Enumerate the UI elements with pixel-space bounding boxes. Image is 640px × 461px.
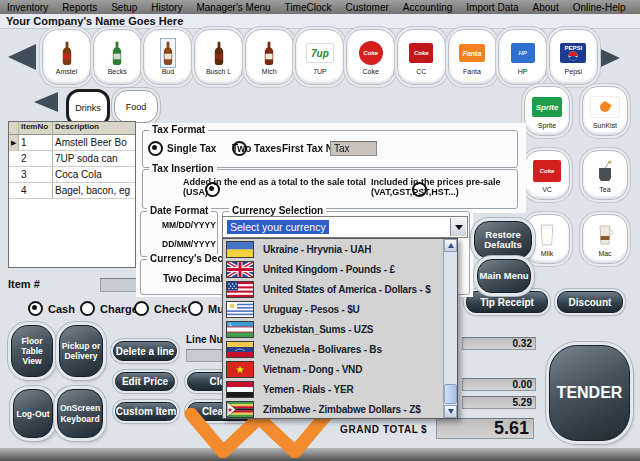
product-button-tea[interactable]: Tea — [582, 150, 628, 200]
tender-button[interactable]: TENDER — [549, 345, 630, 441]
product-button-fanta[interactable]: Fanta Fanta — [448, 29, 497, 85]
cash-radio[interactable] — [28, 301, 43, 316]
payment-option-charge[interactable]: Charge — [80, 301, 138, 316]
product-button-amstel[interactable]: Amstel — [42, 29, 91, 85]
main-menu-button[interactable]: Main Menu — [477, 259, 531, 293]
payment-option-cash[interactable]: Cash — [28, 301, 75, 316]
combobox-dropdown-button[interactable] — [450, 218, 466, 236]
order-items-table: ItemNo Description ▶ 1 Amstell Beer Bo 2… — [8, 121, 136, 268]
side-product-grid: Sprite Sprite SunKist Coke VC Tea Milk M… — [524, 86, 626, 262]
menu-item-exit[interactable]: Exit — [633, 2, 640, 13]
date-format-groupbox: Date Format — [140, 211, 218, 257]
uzbekistan-flag-icon — [226, 321, 254, 338]
date-mdy-label: MM/DD/YYYY — [162, 220, 216, 230]
grand-total-label: GRAND TOTAL — [340, 424, 418, 435]
beer-bottle-icon — [212, 39, 226, 67]
currency-option-ukraine[interactable]: Ukraine - Hryvnia - UAH — [223, 239, 457, 259]
product-button-vc[interactable]: Coke VC — [524, 150, 570, 200]
custom-item-button[interactable]: Custom Item — [115, 402, 177, 421]
7up-logo-icon: 7up — [306, 39, 334, 67]
first-tax-name-input[interactable]: Tax — [330, 141, 377, 156]
two-taxes-label: Two Taxes — [232, 143, 282, 154]
currency-option-uruguay[interactable]: Uruguay - Pesos - $U — [223, 299, 457, 319]
table-row[interactable]: 2 7UP soda can — [9, 151, 135, 167]
product-button-cc[interactable]: Coke CC — [397, 29, 446, 85]
product-button-mich[interactable]: Mich — [245, 29, 294, 85]
product-button-becks[interactable]: Becks — [93, 29, 142, 85]
menu-item-managers-menu[interactable]: Manager's Menu — [189, 2, 277, 13]
item-number-label: Item # — [8, 278, 40, 290]
table-row[interactable]: ▶ 1 Amstell Beer Bo — [9, 135, 135, 151]
menu-item-timeclock[interactable]: TimeClock — [278, 2, 339, 13]
charge-radio[interactable] — [80, 301, 95, 316]
menu-item-setup[interactable]: Setup — [104, 2, 144, 13]
restore-defaults-button[interactable]: Restore Defaults — [474, 221, 532, 259]
currency-option-uzbekistan[interactable]: Uzbekistan_Sums - UZS — [223, 319, 457, 339]
currency-option-united-kingdom[interactable]: United Kingdom - Pounds - £ — [223, 259, 457, 279]
currency-option-yemen[interactable]: Yemen - Rials - YER — [223, 379, 457, 399]
row-selector-icon: ▶ — [9, 135, 19, 150]
check-radio[interactable] — [134, 301, 149, 316]
multiple-radio[interactable] — [188, 301, 203, 316]
beer-bottle-icon — [161, 39, 175, 67]
menu-item-online-help[interactable]: Online-Help — [566, 2, 633, 13]
discount-button[interactable]: Discount — [557, 291, 623, 313]
product-button-busch-l[interactable]: Busch L — [194, 29, 243, 85]
products-scroll-left-icon[interactable] — [8, 44, 36, 70]
total-field-2: 0.00 — [462, 378, 536, 391]
product-button-coke[interactable]: Coke Coke — [346, 29, 395, 85]
ukraine-flag-icon — [226, 241, 254, 258]
edit-price-button[interactable]: Edit Price — [115, 372, 175, 391]
venezuela-flag-icon — [226, 341, 254, 358]
onscreen-keyboard-button[interactable]: OnScreen Keyboard — [57, 389, 103, 438]
product-button-hp[interactable]: HP HP — [498, 29, 547, 85]
total-field-3: 5.29 — [462, 396, 536, 409]
menu-item-history[interactable]: History — [144, 2, 189, 13]
product-button-sunkist[interactable]: SunKist — [582, 86, 628, 136]
menu-item-inventory[interactable]: Inventory — [0, 2, 55, 13]
menu-item-about[interactable]: About — [526, 2, 566, 13]
menu-item-import-data[interactable]: Import Data — [459, 2, 525, 13]
tab-food[interactable]: Food — [114, 90, 158, 123]
payment-option-check[interactable]: Check — [134, 301, 187, 316]
scroll-down-button[interactable] — [444, 405, 457, 418]
date-dmy-label: DD/MM/YYYY — [162, 239, 216, 249]
pepsi-logo-icon: PEPSI — [560, 39, 586, 67]
currency-dropdown-list: Ukraine - Hryvnia - UAH United Kingdom -… — [222, 238, 458, 419]
product-button-mac[interactable]: Mac — [582, 214, 628, 264]
uruguay-flag-icon — [226, 301, 254, 318]
united-states-flag-icon — [226, 281, 254, 298]
currency-option-zimbabwe[interactable]: Zimbabwe - Zimbabwe Dollars - Z$ — [223, 399, 457, 419]
product-button-sprite[interactable]: Sprite Sprite — [524, 86, 570, 136]
yemen-flag-icon — [226, 381, 254, 398]
fanta-logo-icon: Fanta — [459, 39, 485, 67]
currency-combobox[interactable]: Select your currency — [222, 216, 468, 238]
category-scroll-left-icon[interactable] — [34, 92, 58, 112]
menu-bar: Inventory Reports Setup History Manager'… — [0, 0, 640, 14]
currency-option-venezuela[interactable]: Venezuela - Bolivares - Bs — [223, 339, 457, 359]
single-tax-radio[interactable] — [148, 141, 163, 156]
hp-drink-logo-icon: HP — [511, 39, 535, 67]
product-button-pepsi[interactable]: PEPSI Pepsi — [549, 29, 598, 85]
tip-receipt-button[interactable]: Tip Receipt — [466, 291, 548, 313]
chevron-down-icon — [455, 225, 463, 230]
table-row[interactable]: 3 Coca Cola — [9, 167, 135, 183]
menu-item-accounting[interactable]: Accounting — [396, 2, 459, 13]
currency-option-united-states[interactable]: United States of America - Dollars - $ — [223, 279, 457, 299]
table-row[interactable]: 4 Bagel, bacon, eg — [9, 183, 135, 199]
total-field-1: 0.32 — [462, 337, 536, 350]
logout-button[interactable]: Log-Out — [13, 389, 53, 438]
currency-option-vietnam[interactable]: Vietnam - Dong - VND — [223, 359, 457, 379]
vietnam-flag-icon — [226, 361, 254, 378]
floor-table-view-button[interactable]: Floor Table View — [11, 325, 53, 377]
delete-line-button[interactable]: Delete a line — [113, 341, 177, 361]
menu-item-customer[interactable]: Customer — [338, 2, 395, 13]
pickup-delivery-button[interactable]: Pickup or Delivery — [59, 325, 103, 377]
menu-item-reports[interactable]: Reports — [55, 2, 104, 13]
scrollbar-thumb[interactable] — [444, 384, 457, 404]
dropdown-scrollbar[interactable] — [443, 239, 457, 418]
scroll-up-button[interactable] — [444, 239, 457, 252]
product-button-7up[interactable]: 7up 7UP — [295, 29, 344, 85]
coca-cola-logo-icon: Coke — [359, 39, 383, 67]
product-button-bud[interactable]: Bud — [143, 29, 192, 85]
